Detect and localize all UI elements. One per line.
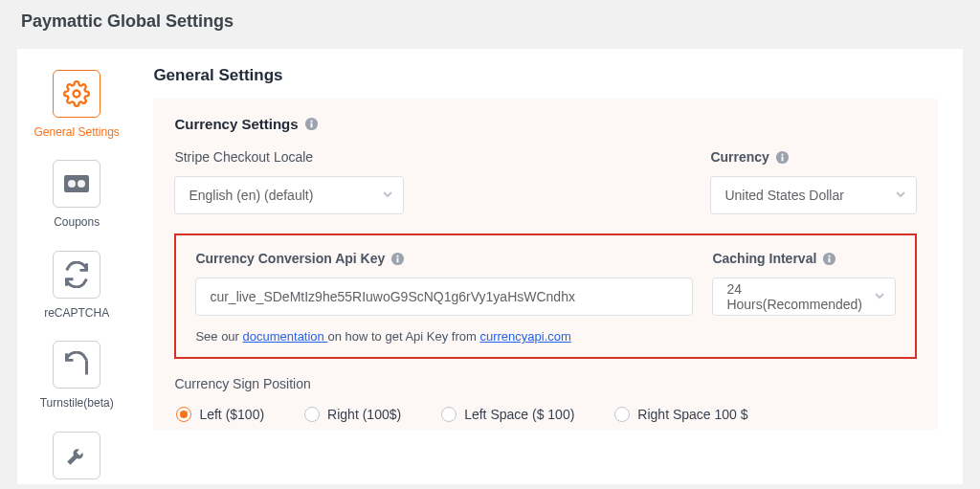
sidebar-item-general-settings[interactable]: General Settings bbox=[31, 70, 122, 139]
sidebar-item-label: Turnstile(beta) bbox=[40, 396, 114, 410]
api-key-label-text: Currency Conversion Api Key bbox=[195, 251, 385, 266]
sidebar-item-coupons[interactable]: Coupons bbox=[31, 160, 122, 229]
currency-select[interactable]: United States Dollar bbox=[710, 176, 917, 214]
turnstile-icon bbox=[53, 341, 100, 389]
svg-rect-14 bbox=[829, 257, 831, 262]
svg-point-2 bbox=[68, 180, 76, 188]
info-icon[interactable] bbox=[304, 117, 319, 131]
info-icon[interactable] bbox=[775, 150, 790, 165]
sign-position-right[interactable]: Right (100$) bbox=[304, 407, 401, 422]
settings-sidebar: General Settings Coupons reCAPTCHA Turns… bbox=[17, 49, 136, 484]
svg-point-0 bbox=[74, 91, 80, 98]
api-key-input[interactable] bbox=[195, 278, 693, 316]
radio-label: Left ($100) bbox=[199, 407, 264, 422]
sidebar-item-label: reCAPTCHA bbox=[44, 306, 109, 320]
info-icon[interactable] bbox=[822, 252, 836, 266]
svg-rect-6 bbox=[310, 121, 312, 122]
radio-dot-icon bbox=[614, 407, 630, 422]
chevron-down-icon bbox=[874, 289, 885, 304]
radio-label: Right Space 100 $ bbox=[637, 407, 747, 422]
content-area: General Settings Currency Settings Strip… bbox=[136, 49, 963, 484]
api-key-label: Currency Conversion Api Key bbox=[195, 251, 693, 266]
documentation-link[interactable]: documentation bbox=[243, 329, 328, 344]
caching-interval-select[interactable]: 24 Hours(Recommended) bbox=[712, 278, 896, 316]
select-value: English (en) (default) bbox=[189, 188, 313, 203]
svg-rect-5 bbox=[310, 123, 312, 128]
sign-position-left-space[interactable]: Left Space ($ 100) bbox=[441, 407, 574, 422]
sidebar-item-recaptcha[interactable]: reCAPTCHA bbox=[31, 251, 122, 320]
api-key-highlight: Currency Conversion Api Key Caching Inte… bbox=[174, 233, 917, 359]
section-title-text: Currency Settings bbox=[174, 116, 298, 132]
svg-point-3 bbox=[78, 180, 85, 188]
radio-label: Right (100$) bbox=[327, 407, 401, 422]
sidebar-item-label: General Settings bbox=[33, 125, 119, 139]
radio-dot-icon bbox=[176, 407, 191, 422]
radio-dot-icon bbox=[304, 407, 320, 422]
chevron-down-icon bbox=[895, 188, 906, 203]
svg-rect-15 bbox=[829, 255, 831, 256]
svg-rect-9 bbox=[781, 153, 783, 155]
currency-settings-heading: Currency Settings bbox=[174, 116, 917, 132]
currency-label: Currency bbox=[710, 149, 917, 165]
locale-label: Stripe Checkout Locale bbox=[174, 149, 672, 165]
stripe-locale-select[interactable]: English (en) (default) bbox=[174, 176, 404, 214]
coupons-icon bbox=[53, 160, 100, 208]
sidebar-item-tools[interactable]: Tools bbox=[31, 432, 122, 489]
svg-rect-8 bbox=[781, 156, 783, 161]
svg-rect-11 bbox=[397, 257, 399, 262]
main-card: General Settings Coupons reCAPTCHA Turns… bbox=[17, 49, 963, 484]
gear-icon bbox=[53, 70, 100, 118]
radio-label: Left Space ($ 100) bbox=[464, 407, 574, 422]
info-icon[interactable] bbox=[390, 252, 405, 266]
sign-position-right-space[interactable]: Right Space 100 $ bbox=[614, 407, 747, 422]
sign-position-radio-group: Left ($100) Right (100$) Left Space ($ 1… bbox=[174, 407, 917, 422]
radio-dot-icon bbox=[441, 407, 457, 422]
caching-label-text: Caching Interval bbox=[712, 251, 816, 266]
content-title: General Settings bbox=[153, 66, 938, 85]
currency-label-text: Currency bbox=[710, 149, 768, 165]
currency-sign-position-label: Currency Sign Position bbox=[174, 368, 917, 407]
currency-settings-panel: Currency Settings Stripe Checkout Locale… bbox=[153, 99, 938, 430]
documentation-line: See our documentation on how to get Api … bbox=[195, 329, 896, 344]
page-title: Paymattic Global Settings bbox=[0, 0, 980, 49]
doc-prefix: See our bbox=[195, 329, 242, 344]
recaptcha-icon bbox=[53, 251, 100, 299]
caching-interval-label: Caching Interval bbox=[712, 251, 896, 266]
sign-position-left[interactable]: Left ($100) bbox=[176, 407, 264, 422]
sidebar-item-turnstile[interactable]: Turnstile(beta) bbox=[31, 341, 122, 410]
currencyapi-link[interactable]: currencyapi.com bbox=[479, 329, 570, 344]
tools-icon bbox=[53, 432, 100, 479]
sidebar-item-label: Coupons bbox=[54, 215, 100, 229]
svg-rect-12 bbox=[397, 255, 399, 256]
doc-middle: on how to get Api Key from bbox=[327, 329, 479, 344]
svg-rect-1 bbox=[64, 175, 89, 192]
select-value: 24 Hours(Recommended) bbox=[726, 281, 862, 312]
select-value: United States Dollar bbox=[724, 188, 844, 203]
chevron-down-icon bbox=[382, 188, 393, 203]
